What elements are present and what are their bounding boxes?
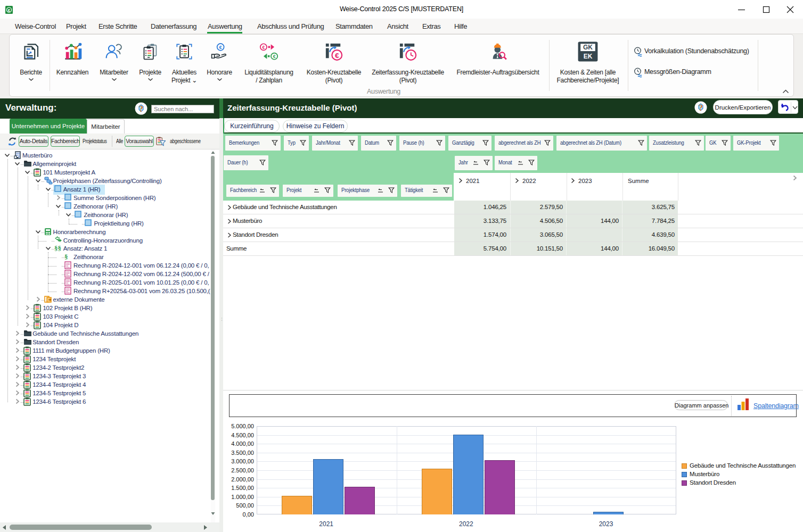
svg-text:EK: EK xyxy=(584,53,593,60)
svg-text:§: § xyxy=(64,253,68,260)
svg-text:§§: §§ xyxy=(54,244,61,252)
svg-text:€: € xyxy=(263,45,265,50)
svg-text:?: ? xyxy=(699,103,703,112)
svg-text:€: € xyxy=(219,45,223,50)
svg-text:€: € xyxy=(273,54,276,59)
svg-text:GK: GK xyxy=(583,44,593,51)
svg-text:€: € xyxy=(335,52,339,60)
svg-text:?: ? xyxy=(139,104,143,113)
